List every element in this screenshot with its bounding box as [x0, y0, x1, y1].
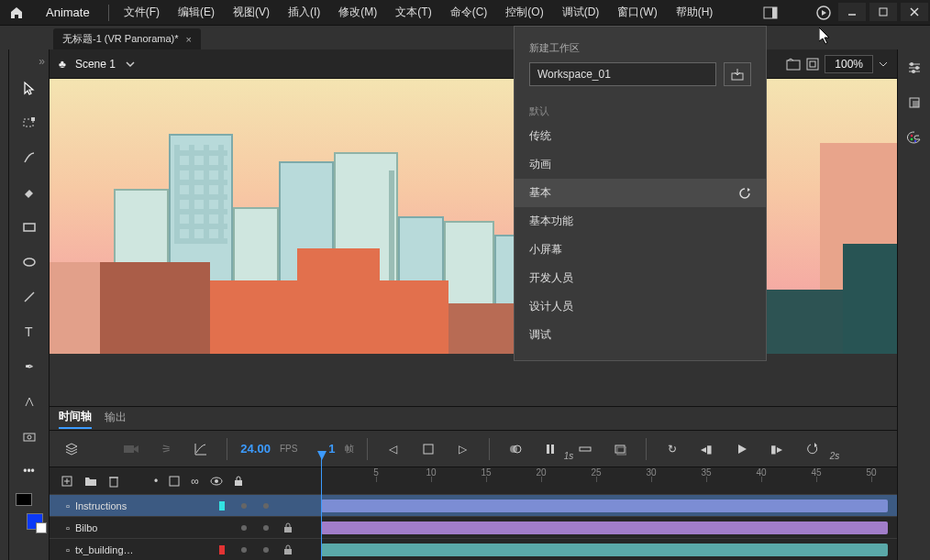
layer-strip[interactable]	[321, 522, 888, 534]
layer-strip[interactable]	[321, 544, 888, 556]
fit-icon[interactable]	[806, 58, 819, 71]
repeat-icon[interactable]	[799, 436, 825, 462]
clip-icon[interactable]	[786, 58, 801, 71]
close-button[interactable]	[901, 3, 928, 21]
layer-row[interactable]: ▫tx_building…	[50, 538, 897, 560]
tab-close-icon[interactable]: ×	[186, 34, 192, 45]
tab-timeline[interactable]: 时间轴	[59, 409, 92, 429]
keyframe-back-icon[interactable]: ◁	[381, 436, 406, 462]
svg-point-48	[913, 140, 915, 142]
menu-insert[interactable]: 插入(I)	[279, 0, 329, 26]
menu-edit[interactable]: 编辑(E)	[169, 0, 224, 26]
play-icon[interactable]	[811, 0, 836, 26]
layer-strip[interactable]	[321, 500, 888, 512]
layer-row[interactable]: ▫Instructions	[50, 494, 897, 516]
onion4-icon[interactable]	[607, 436, 633, 462]
layer-row[interactable]: ▫Bilbo	[50, 516, 897, 538]
to-start-icon[interactable]: ◂▮	[694, 436, 720, 462]
free-transform-tool[interactable]	[15, 108, 44, 137]
keyframe-fwd-icon[interactable]: ▷	[450, 436, 476, 462]
popup-section: 默认	[515, 97, 766, 122]
brush-tool[interactable]	[15, 143, 44, 172]
onion2-icon[interactable]	[537, 436, 563, 462]
home-button[interactable]	[0, 0, 33, 26]
fps-value[interactable]: 24.00	[240, 442, 271, 456]
more-tools[interactable]: •••	[15, 456, 44, 486]
line-tool[interactable]	[15, 282, 44, 312]
menu-modify[interactable]: 修改(M)	[329, 0, 386, 26]
camera-tool[interactable]	[15, 422, 44, 451]
stage[interactable]	[50, 79, 897, 354]
rig-icon[interactable]: ⚞	[153, 436, 179, 462]
scene-clubs-icon[interactable]: ♣	[59, 58, 66, 71]
folder-icon[interactable]	[84, 476, 97, 487]
loop-icon[interactable]: ↻	[659, 436, 685, 462]
palette-icon[interactable]	[903, 126, 925, 148]
document-tab[interactable]: 无标题-1 (VR Panorama)* ×	[53, 28, 201, 49]
to-end-icon[interactable]: ▮▸	[764, 436, 790, 462]
lock-col-icon[interactable]	[234, 476, 243, 487]
sliders-icon[interactable]	[903, 57, 925, 79]
oval-tool[interactable]	[15, 247, 44, 277]
zoom-value[interactable]: 100%	[825, 55, 873, 73]
workspace-item[interactable]: 开发人员	[515, 264, 766, 292]
svg-rect-1	[772, 7, 777, 18]
play-button[interactable]	[729, 436, 755, 462]
workspace-name-input[interactable]	[529, 62, 716, 86]
frame-ruler[interactable]: 1s 2s 5101520253035404550	[316, 467, 897, 494]
rectangle-tool[interactable]	[15, 213, 44, 242]
menu-text[interactable]: 文本(T)	[386, 0, 440, 26]
svg-rect-16	[807, 59, 818, 70]
selection-tool[interactable]	[15, 73, 44, 103]
scene-name[interactable]: Scene 1	[75, 58, 116, 71]
tab-output[interactable]: 输出	[105, 410, 127, 428]
svg-rect-35	[235, 480, 242, 486]
scene-chevron-icon[interactable]	[125, 59, 136, 70]
workspace-item[interactable]: 小屏幕	[515, 236, 766, 264]
pen-tool[interactable]: ✒	[15, 352, 44, 381]
lock-icon[interactable]	[277, 544, 299, 555]
workspace-item[interactable]: 基本	[515, 179, 766, 207]
add-layer-icon[interactable]	[61, 475, 73, 488]
workspace-item[interactable]: 动画	[515, 150, 766, 179]
svg-rect-32	[170, 477, 179, 486]
onion3-icon[interactable]	[572, 436, 598, 462]
vis2-col-icon[interactable]	[169, 476, 180, 487]
workspace-item[interactable]: 基本功能	[515, 207, 766, 236]
eraser-tool[interactable]	[15, 178, 44, 207]
svg-rect-30	[110, 478, 117, 487]
playhead-icon[interactable]	[317, 451, 327, 460]
graph-icon[interactable]	[188, 436, 214, 462]
trash-icon[interactable]	[108, 475, 119, 488]
keyframe-menu-icon[interactable]	[415, 436, 441, 462]
eyedropper-tool[interactable]	[15, 387, 44, 416]
menu-control[interactable]: 控制(O)	[496, 0, 552, 26]
save-workspace-button[interactable]	[724, 62, 751, 86]
maximize-button[interactable]	[869, 3, 897, 21]
workspace-icon[interactable]	[758, 0, 783, 26]
color-swatches[interactable]	[16, 502, 43, 530]
zoom-chevron-icon[interactable]	[879, 60, 888, 69]
menu-window[interactable]: 窗口(W)	[608, 0, 666, 26]
eye-col-icon[interactable]	[210, 477, 223, 486]
menu-view[interactable]: 视图(V)	[224, 0, 279, 26]
workspace-item[interactable]: 设计人员	[515, 292, 766, 321]
onion-icon[interactable]	[503, 436, 528, 462]
menu-debug[interactable]: 调试(D)	[553, 0, 609, 26]
menu-file[interactable]: 文件(F)	[115, 0, 169, 26]
svg-rect-9	[24, 224, 35, 231]
library-icon[interactable]	[903, 92, 925, 114]
lock-icon[interactable]	[277, 522, 299, 533]
text-tool[interactable]: T	[15, 317, 44, 346]
workspace-item[interactable]: 传统	[515, 122, 766, 150]
menu-help[interactable]: 帮助(H)	[667, 0, 723, 26]
workspace-item[interactable]: 调试	[515, 321, 766, 349]
menu-commands[interactable]: 命令(C)	[441, 0, 497, 26]
frame-value[interactable]: 1	[328, 442, 335, 456]
link-col-icon[interactable]: ∞	[191, 475, 199, 488]
minimize-button[interactable]	[838, 3, 866, 21]
vis-col-icon[interactable]: •	[154, 475, 158, 488]
camera-icon[interactable]	[118, 436, 144, 462]
reset-icon[interactable]	[738, 188, 751, 199]
layers-icon[interactable]	[59, 436, 84, 462]
